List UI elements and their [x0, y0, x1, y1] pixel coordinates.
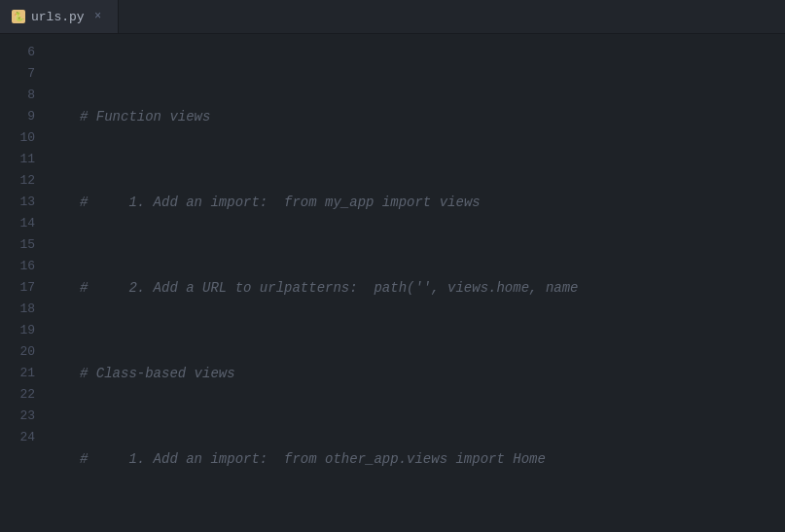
line-9-text: # Class-based views — [80, 363, 235, 384]
line-6-text: # Function views — [80, 106, 210, 127]
code-line-6: # Function views — [66, 106, 785, 127]
tab-urls-py[interactable]: 🐍 urls.py × — [0, 0, 119, 33]
line-num-16: 16 — [0, 256, 51, 277]
line-8-text: # 2. Add a URL to urlpatterns: path('', … — [80, 277, 578, 299]
code-line-8: # 2. Add a URL to urlpatterns: path('', … — [66, 277, 785, 299]
line-num-21: 21 — [0, 363, 51, 384]
code-line-7: # 1. Add an import: from my_app import v… — [66, 192, 785, 213]
line-num-7: 7 — [0, 63, 51, 85]
tab-bar: 🐍 urls.py × — [0, 0, 785, 34]
line-num-15: 15 — [0, 234, 51, 256]
line-num-19: 19 — [0, 320, 51, 341]
line-num-12: 12 — [0, 170, 51, 192]
code-line-9: # Class-based views — [66, 363, 785, 384]
line-num-8: 8 — [0, 85, 51, 106]
line-10-text: # 1. Add an import: from other_app.views… — [80, 448, 546, 470]
line-numbers: 6 7 8 9 10 11 12 13 14 15 16 17 18 19 20… — [0, 34, 51, 532]
tab-filename: urls.py — [31, 10, 85, 24]
code-line-10: # 1. Add an import: from other_app.views… — [66, 448, 785, 470]
line-num-24: 24 — [0, 427, 51, 448]
line-7-text: # 1. Add an import: from my_app import v… — [80, 192, 481, 213]
line-num-17: 17 — [0, 277, 51, 299]
line-num-9: 9 — [0, 106, 51, 127]
tab-close-button[interactable]: × — [90, 9, 106, 24]
python-file-icon: 🐍 — [12, 10, 25, 23]
line-num-11: 11 — [0, 149, 51, 170]
line-num-13: 13 — [0, 192, 51, 213]
code-editor: 6 7 8 9 10 11 12 13 14 15 16 17 18 19 20… — [0, 34, 785, 532]
line-num-22: 22 — [0, 384, 51, 406]
line-num-10: 10 — [0, 127, 51, 149]
line-num-14: 14 — [0, 213, 51, 234]
line-num-20: 20 — [0, 341, 51, 363]
line-num-6: 6 — [0, 42, 51, 63]
code-content: # Function views # 1. Add an import: fro… — [51, 34, 785, 532]
line-num-23: 23 — [0, 406, 51, 427]
line-num-18: 18 — [0, 299, 51, 320]
